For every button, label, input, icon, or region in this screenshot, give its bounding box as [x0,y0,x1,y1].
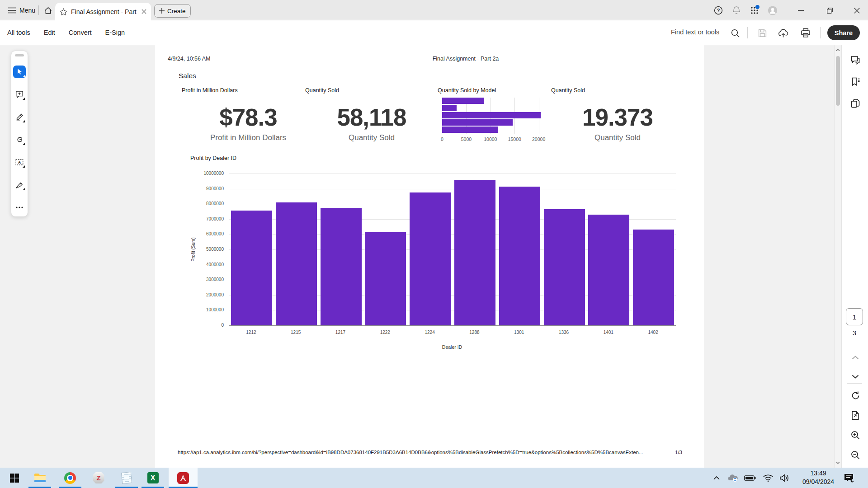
taskbar-zotero[interactable]: Z [87,468,110,488]
find-text-label[interactable]: Find text or tools [671,28,719,36]
pages-panel-button[interactable] [849,98,861,109]
main-y-tick-label: 8000000 [206,201,224,206]
main-x-tick-label: 1217 [318,330,363,335]
mini-chart-title: Quantity Sold by Model [438,87,496,94]
highlight-tool-button[interactable] [13,111,26,123]
hamburger-icon [8,7,16,14]
minimize-button[interactable] [796,5,806,15]
highlighter-icon [15,113,24,122]
clock-date: 09/04/2024 [797,478,840,486]
mini-bar [442,127,498,133]
scrollbar-thumb[interactable] [836,56,840,106]
help-button[interactable]: ? [713,5,723,15]
more-tools-button[interactable] [13,201,26,214]
next-page-button[interactable] [849,371,861,382]
menu-item-convert[interactable]: Convert [69,29,92,36]
excel-icon: X [147,472,159,483]
account-avatar[interactable] [768,5,778,15]
action-center-icon[interactable] [843,473,854,483]
previous-page-button[interactable] [849,352,861,363]
ellipsis-icon [15,206,24,209]
file-explorer-icon [34,473,46,483]
apps-grid-button[interactable] [750,5,760,15]
main-y-tick-label: 5000000 [206,247,224,252]
refresh-button[interactable] [849,389,861,401]
footer-page-indicator: 1/3 [675,450,682,455]
taskbar-clock[interactable]: 13:49 09/04/2024 [797,469,840,486]
tool-rail: A [11,51,28,217]
fit-page-button[interactable] [849,409,861,421]
share-label: Share [835,29,853,37]
main-bar [544,209,585,325]
upload-cloud-button[interactable] [778,28,788,38]
main-grid-line [229,174,676,174]
taskbar-excel[interactable]: X [142,468,164,488]
fountain-pen-icon [15,180,24,189]
onedrive-sync-icon[interactable] [727,473,739,483]
main-x-tick-label: 1301 [497,330,542,335]
main-bar [321,208,362,325]
create-tab-button[interactable]: Create [154,4,191,18]
main-bar [410,192,451,325]
taskbar-chrome[interactable] [59,468,81,488]
mini-chart-plot [442,98,548,134]
home-button[interactable] [42,5,54,16]
tab-close-icon[interactable] [142,9,146,14]
bookmarks-panel-button[interactable] [849,76,861,88]
menu-item-edit[interactable]: Edit [44,29,55,36]
current-page-input[interactable]: 1 [846,308,863,325]
select-text-tool-button[interactable]: A [13,156,26,169]
main-bar [499,187,540,325]
toolbar-divider-1 [747,27,748,38]
scroll-up-arrow[interactable] [835,46,841,54]
mini-x-tick-label: 20000 [532,136,545,142]
scroll-down-arrow[interactable] [835,459,841,467]
menu-item-all-tools[interactable]: All tools [7,29,30,36]
pdf-page: 4/9/24, 10:56 AM Final Assignment - Part… [155,45,704,468]
menu-item-esign[interactable]: E-Sign [105,29,125,36]
main-chart-x-axis-label: Dealer ID [229,344,675,350]
volume-icon[interactable] [778,473,790,483]
search-icon[interactable] [730,28,741,38]
comment-plus-icon [15,90,24,99]
comments-panel-button[interactable] [849,54,861,66]
draw-tool-button[interactable] [13,133,26,146]
print-button[interactable] [800,28,811,38]
share-button[interactable]: Share [827,25,860,40]
notepad-icon [121,472,132,484]
titlebar: Menu Final Assignment - Part 2a Create ? [0,0,868,20]
plus-icon [159,8,165,14]
add-comment-tool-button[interactable] [13,88,26,101]
taskbar-file-explorer[interactable] [28,468,51,488]
taskbar-notepad[interactable] [115,468,138,488]
cursor-arrow-icon [15,68,24,76]
zoom-out-button[interactable] [849,449,861,461]
restore-button[interactable] [825,5,835,15]
zoom-in-button[interactable] [849,429,861,441]
notifications-bell-button[interactable] [731,5,741,15]
chrome-icon [64,472,76,484]
kpi-title: Quantity Sold [305,87,339,94]
star-icon[interactable] [60,8,67,15]
save-button[interactable] [757,28,768,38]
document-scrollbar[interactable] [834,45,841,468]
main-bar [454,180,495,325]
toolbar-divider-2 [820,27,821,38]
select-tool-button[interactable] [13,66,26,78]
taskbar-acrobat-active[interactable] [169,468,198,488]
battery-icon[interactable] [744,473,756,483]
main-bar [365,232,406,325]
document-tab[interactable]: Final Assignment - Part 2a [55,3,151,20]
close-window-button[interactable] [852,5,862,15]
start-button[interactable] [4,468,25,488]
tool-rail-grip[interactable] [15,54,24,56]
kpi-quantity-avg: Quantity Sold 19.373 Quantity Sold [550,85,685,145]
menu-button[interactable]: Menu [5,4,38,17]
footer-url: https://ap1.ca.analytics.ibm.com/bi/?per… [178,450,643,455]
mini-x-tick-label: 15000 [508,136,521,142]
wifi-icon[interactable] [762,473,774,483]
draw-squiggle-icon [15,135,24,144]
tray-expand-chevron[interactable] [711,473,722,483]
toolbar-menu: All tools Edit Convert E-Sign [7,20,125,45]
fill-sign-tool-button[interactable] [13,178,26,191]
